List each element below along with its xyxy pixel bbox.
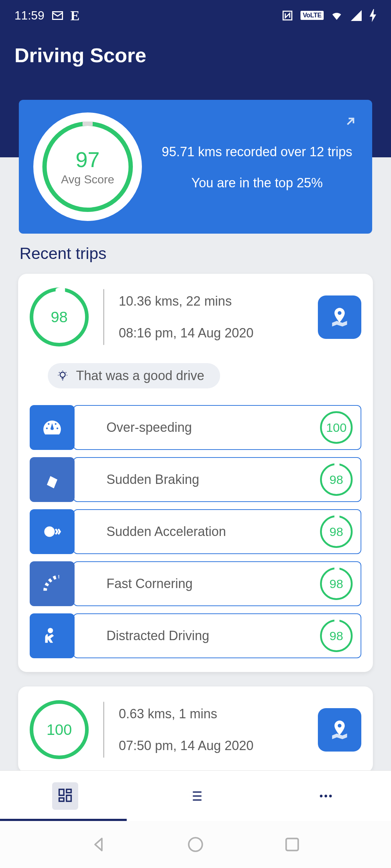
svg-point-4 [48, 628, 53, 633]
svg-point-10 [324, 795, 327, 797]
metric-distracted-driving[interactable]: Distracted Driving 98 [30, 613, 361, 658]
system-nav-bar [0, 821, 391, 868]
more-icon [318, 788, 334, 804]
view-map-button[interactable] [318, 295, 361, 339]
metric-score: 98 [320, 567, 353, 600]
map-pin-icon [328, 306, 351, 328]
expand-arrow-icon[interactable] [343, 114, 358, 130]
summary-card[interactable]: 97 Avg Score 95.71 kms recorded over 12 … [19, 100, 372, 234]
metric-score: 100 [320, 411, 353, 444]
metric-label: Over-speeding [106, 420, 320, 435]
trip-feedback-chip: That was a good drive [48, 363, 220, 388]
metric-score: 98 [320, 515, 353, 548]
nav-more[interactable] [261, 771, 391, 821]
metric-sudden-acceleration[interactable]: Sudden Acceleration 98 [30, 509, 361, 554]
summary-line-distance: 95.71 kms recorded over 12 trips [156, 143, 358, 161]
bottom-nav [0, 770, 391, 821]
svg-point-11 [329, 795, 332, 797]
trip-score-circle: 100 [30, 700, 89, 759]
status-bar: 11:59 E VoLTE [0, 0, 391, 31]
home-button[interactable] [186, 835, 205, 854]
acceleration-icon [30, 509, 75, 554]
charging-icon [369, 9, 377, 22]
trip-timestamp: 07:50 pm, 14 Aug 2020 [119, 738, 307, 753]
dashboard-icon [57, 787, 73, 803]
signal-icon [350, 9, 363, 22]
svg-point-2 [60, 372, 65, 377]
svg-rect-6 [67, 789, 71, 792]
recent-trips-heading: Recent trips [18, 244, 373, 263]
nav-dashboard[interactable] [0, 771, 130, 821]
divider [103, 289, 104, 345]
list-icon [188, 788, 203, 804]
trip-score-circle: 98 [30, 288, 89, 346]
view-map-button[interactable] [318, 708, 361, 752]
summary-line-rank: You are in the top 25% [156, 175, 358, 191]
mail-icon [51, 9, 64, 22]
wifi-icon [330, 9, 343, 22]
svg-point-9 [320, 795, 323, 797]
metric-label: Sudden Acceleration [106, 524, 320, 539]
svg-rect-7 [67, 795, 71, 801]
map-pin-icon [328, 719, 351, 741]
trip-score-value: 98 [51, 309, 68, 326]
trip-card[interactable]: 100 0.63 kms, 1 mins 07:50 pm, 14 Aug 20… [18, 686, 373, 773]
page-title: Driving Score [14, 43, 377, 67]
divider [103, 702, 104, 758]
metric-score: 98 [320, 463, 353, 496]
cornering-icon [30, 561, 75, 606]
metric-sudden-braking[interactable]: Sudden Braking 98 [30, 457, 361, 502]
back-button[interactable] [90, 835, 108, 854]
svg-rect-5 [59, 789, 64, 795]
status-time: 11:59 [14, 9, 45, 22]
trip-score-value: 100 [46, 721, 72, 739]
lightbulb-icon [56, 370, 69, 382]
trip-distance-time: 0.63 kms, 1 mins [119, 706, 307, 722]
volte-icon: VoLTE [300, 11, 324, 20]
avg-score-label: Avg Score [61, 173, 114, 186]
speedometer-icon [30, 405, 75, 450]
metric-label: Fast Cornering [106, 576, 320, 591]
trip-feedback-text: That was a good drive [76, 368, 204, 383]
metric-score: 98 [320, 620, 353, 652]
trip-card[interactable]: 98 10.36 kms, 22 mins 08:16 pm, 14 Aug 2… [18, 274, 373, 672]
braking-icon [30, 457, 75, 502]
trip-timestamp: 08:16 pm, 14 Aug 2020 [119, 326, 307, 341]
svg-rect-8 [59, 798, 64, 801]
svg-point-12 [189, 838, 202, 851]
nfc-icon [281, 9, 294, 22]
distracted-icon [30, 613, 75, 658]
etsy-icon: E [71, 8, 80, 24]
metric-fast-cornering[interactable]: Fast Cornering 98 [30, 561, 361, 606]
avg-score-circle: 97 Avg Score [33, 112, 142, 221]
svg-rect-13 [286, 838, 298, 850]
trip-distance-time: 10.36 kms, 22 mins [119, 294, 307, 309]
nav-list[interactable] [130, 771, 261, 821]
metric-label: Distracted Driving [106, 628, 320, 643]
svg-point-3 [44, 527, 55, 537]
recent-apps-button[interactable] [283, 835, 301, 854]
metric-label: Sudden Braking [106, 472, 320, 487]
avg-score-value: 97 [76, 147, 100, 172]
metric-over-speeding[interactable]: Over-speeding 100 [30, 405, 361, 450]
